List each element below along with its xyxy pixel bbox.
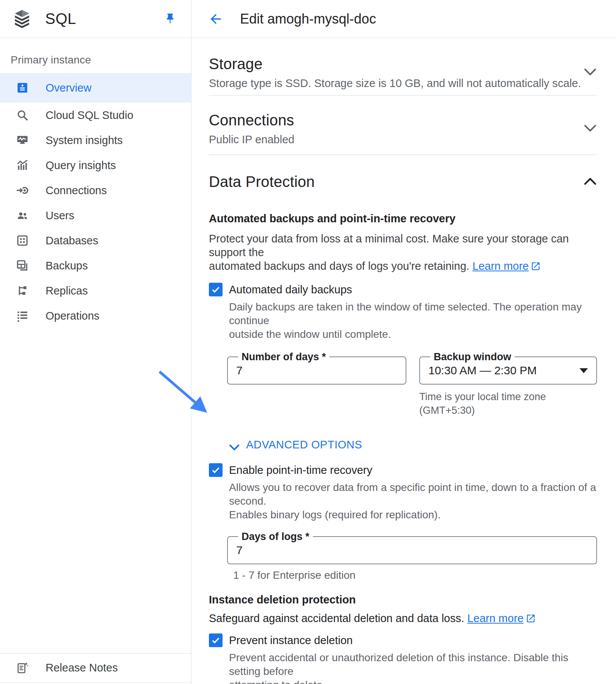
- data-protection-collapse-chevron-up-icon[interactable]: [583, 177, 597, 186]
- sidebar-nav: Overview Cloud SQL Studio System insight…: [0, 73, 191, 328]
- chevron-down-icon: [229, 441, 240, 449]
- pitr-checkbox[interactable]: [209, 463, 223, 477]
- automated-daily-backups-row: Automated daily backups: [209, 282, 597, 297]
- section-storage: Storage Storage type is SSD. Storage siz…: [209, 38, 597, 96]
- pitr-row: Enable point-in-time recovery: [209, 462, 597, 478]
- backups-subheading: Automated backups and point-in-time reco…: [209, 212, 597, 225]
- backups-description: Protect your data from loss at a minimal…: [209, 232, 597, 273]
- sidebar-item-replicas[interactable]: Replicas: [0, 278, 191, 303]
- sidebar-item-label: Databases: [46, 234, 98, 247]
- deletion-protection-subheading: Instance deletion protection: [209, 593, 597, 606]
- cloud-sql-logo-icon: [13, 9, 32, 29]
- release-notes-icon: [16, 662, 29, 674]
- advanced-options-toggle[interactable]: ADVANCED OPTIONS: [229, 439, 597, 451]
- days-of-logs-label: Days of logs *: [238, 531, 313, 542]
- automated-daily-backups-description: Daily backups are taken in the window of…: [229, 300, 597, 341]
- sidebar-item-label: Query insights: [46, 159, 116, 172]
- back-arrow-icon[interactable]: [208, 11, 223, 27]
- page-header: Edit amogh-mysql-doc: [191, 0, 616, 38]
- sidebar-section-label: Primary instance: [0, 38, 191, 73]
- sidebar-item-label: Cloud SQL Studio: [46, 109, 133, 122]
- backups-icon: [16, 259, 29, 272]
- section-connections: Connections Public IP enabled: [209, 96, 597, 155]
- sidebar-item-label: Users: [46, 209, 74, 222]
- prevent-deletion-description: Prevent accidental or unauthorized delet…: [229, 651, 597, 684]
- connections-expand-chevron-down-icon[interactable]: [583, 124, 597, 133]
- backup-window-value: 10:30 AM — 2:30 PM: [428, 364, 537, 377]
- automated-daily-backups-checkbox[interactable]: [209, 283, 223, 296]
- sidebar-item-label: System insights: [46, 134, 123, 147]
- sidebar-spacer: [0, 328, 191, 653]
- days-of-logs-input[interactable]: [236, 542, 588, 558]
- sidebar-item-label: Replicas: [46, 285, 88, 297]
- connections-title: Connections: [209, 111, 294, 129]
- connections-icon: [16, 184, 29, 197]
- operations-icon: [16, 309, 29, 322]
- sidebar-item-databases[interactable]: Databases: [0, 228, 191, 253]
- sidebar-item-backups[interactable]: Backups: [0, 253, 191, 278]
- external-link-icon: [531, 261, 541, 271]
- system-insights-icon: [16, 134, 29, 147]
- checkbox-label: Prevent instance deletion: [229, 633, 353, 648]
- pin-icon[interactable]: [164, 13, 177, 25]
- number-of-days-label: Number of days *: [238, 351, 329, 363]
- sidebar-header: SQL: [0, 0, 191, 38]
- query-insights-icon: [16, 159, 29, 172]
- advanced-options-label: ADVANCED OPTIONS: [246, 439, 362, 451]
- data-protection-title: Data Protection: [209, 173, 315, 191]
- replicas-icon: [16, 284, 29, 297]
- storage-expand-chevron-down-icon[interactable]: [583, 68, 597, 77]
- sidebar-item-system-insights[interactable]: System insights: [0, 128, 191, 153]
- sidebar-item-users[interactable]: Users: [0, 203, 191, 228]
- sidebar-item-overview[interactable]: Overview: [0, 73, 191, 103]
- sidebar-item-label: Overview: [46, 82, 92, 94]
- backup-window-select[interactable]: 10:30 AM — 2:30 PM: [428, 363, 588, 378]
- checkbox-label: Enable point-in-time recovery: [229, 462, 372, 478]
- main-panel: Edit amogh-mysql-doc Storage Storage typ…: [191, 0, 616, 684]
- cloud-sql-edit-page: SQL Primary instance Overview Cloud SQL …: [0, 0, 616, 684]
- users-icon: [16, 209, 29, 222]
- storage-title: Storage: [209, 55, 581, 73]
- dropdown-caret-icon: [580, 368, 588, 373]
- backup-fields-row: Number of days * Backup window 10:30 AM …: [227, 351, 597, 417]
- sidebar-item-operations[interactable]: Operations: [0, 303, 191, 328]
- days-of-logs-field: Days of logs *: [227, 531, 597, 564]
- edit-form: Storage Storage type is SSD. Storage siz…: [191, 38, 616, 684]
- app-title: SQL: [45, 10, 76, 27]
- learn-more-link[interactable]: Learn more: [467, 612, 523, 624]
- release-notes-label: Release Notes: [46, 662, 118, 674]
- prevent-deletion-row: Prevent instance deletion: [209, 633, 597, 648]
- sidebar: SQL Primary instance Overview Cloud SQL …: [0, 0, 191, 684]
- backup-window-field: Backup window 10:30 AM — 2:30 PM: [419, 351, 597, 385]
- overview-icon: [16, 81, 29, 94]
- section-data-protection: Data Protection Automated backups and po…: [209, 155, 597, 684]
- page-title: Edit amogh-mysql-doc: [240, 11, 376, 27]
- learn-more-link[interactable]: Learn more: [472, 260, 529, 272]
- storage-subtitle: Storage type is SSD. Storage size is 10 …: [209, 77, 581, 90]
- sidebar-item-release-notes[interactable]: Release Notes: [0, 653, 191, 682]
- sidebar-item-label: Backups: [46, 260, 88, 272]
- checkbox-label: Automated daily backups: [229, 282, 352, 297]
- number-of-days-input[interactable]: [236, 363, 397, 378]
- external-link-icon: [526, 613, 536, 623]
- sidebar-item-label: Operations: [46, 310, 100, 322]
- number-of-days-field: Number of days *: [227, 351, 406, 385]
- sidebar-item-query-insights[interactable]: Query insights: [0, 153, 191, 178]
- deletion-protection-description: Safeguard against accidental deletion an…: [209, 611, 597, 625]
- search-icon: [16, 109, 29, 122]
- connections-subtitle: Public IP enabled: [209, 133, 294, 146]
- sidebar-item-cloud-sql-studio[interactable]: Cloud SQL Studio: [0, 103, 191, 128]
- backup-window-helper: Time is your local time zone (GMT+5:30): [419, 390, 597, 417]
- sidebar-item-label: Connections: [46, 184, 107, 197]
- sidebar-item-connections[interactable]: Connections: [0, 178, 191, 203]
- backup-window-label: Backup window: [430, 351, 515, 363]
- prevent-deletion-checkbox[interactable]: [209, 633, 223, 647]
- databases-icon: [16, 234, 29, 247]
- days-of-logs-helper: 1 - 7 for Enterprise edition: [233, 569, 597, 582]
- pitr-description: Allows you to recover data from a specif…: [229, 481, 597, 522]
